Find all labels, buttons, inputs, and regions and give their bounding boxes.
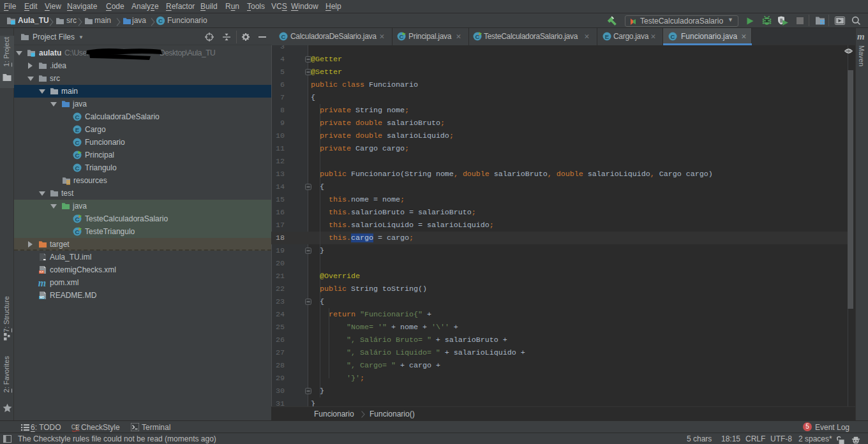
- svg-text:C: C: [671, 33, 675, 40]
- svg-text:C: C: [75, 216, 80, 223]
- svg-text:C: C: [75, 139, 80, 146]
- svg-text:C: C: [75, 114, 80, 121]
- svg-text:C: C: [75, 228, 80, 235]
- svg-text:C: C: [281, 33, 286, 40]
- svg-text:S: S: [76, 424, 80, 431]
- svg-text:C: C: [158, 17, 163, 24]
- svg-text:C: C: [475, 33, 480, 40]
- svg-text:MD: MD: [40, 296, 45, 299]
- svg-text:C: C: [75, 165, 80, 172]
- svg-text:E: E: [605, 33, 609, 40]
- svg-text:<>: <>: [40, 270, 44, 274]
- svg-text:C: C: [71, 424, 76, 431]
- svg-text:E: E: [75, 126, 79, 133]
- svg-text:m: m: [38, 278, 46, 287]
